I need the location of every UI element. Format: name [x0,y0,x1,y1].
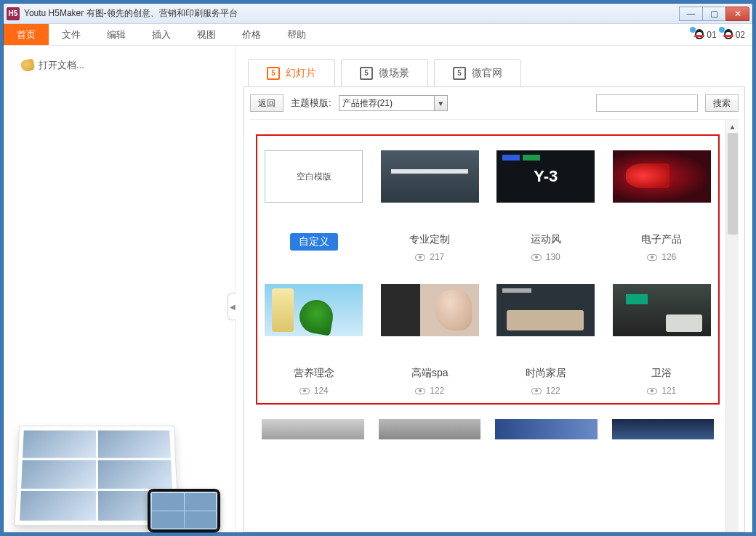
theme-label: 主题模版: [291,97,331,110]
qq-contact-2[interactable]: 02 [723,29,745,41]
template-thumbnail [496,284,595,336]
template-views: 124 [299,386,329,396]
template-thumbnail: Y-3 [496,150,595,203]
scroll-up-icon[interactable]: ▲ [726,120,739,133]
tab-scene[interactable]: 5微场景 [341,59,428,86]
eye-icon [647,254,657,261]
h5-icon: 5 [453,67,466,80]
window-title: Youtu H5Maker 有图-领先的创意、营销和印刷服务平台 [24,7,680,20]
template-card[interactable]: 营养理念124 [263,284,365,396]
open-document-label: 打开文档... [39,59,84,72]
template-views: 122 [531,386,560,396]
template-views: 130 [531,252,560,262]
template-views: 126 [647,252,676,262]
template-title: 电子产品 [641,233,682,246]
eye-icon [531,254,542,261]
tab-slides[interactable]: 5幻灯片 [248,59,335,86]
template-thumbnail [381,150,479,203]
qq-label-2: 02 [736,30,745,40]
template-card[interactable]: 卫浴121 [611,284,713,396]
minimize-button[interactable]: — [679,7,703,21]
template-card[interactable]: Y-3运动风130 [495,150,597,262]
template-title: 卫浴 [651,367,672,380]
template-thumbnail[interactable] [262,419,364,439]
template-thumbnail [613,284,711,336]
template-view-count: 122 [430,386,444,396]
theme-select[interactable]: 产品推荐(21) ▼ [339,95,448,111]
scrollbar-thumb[interactable] [728,133,738,235]
sidebar-preview [17,416,220,532]
template-title: 营养理念 [294,367,334,380]
template-thumbnail [381,284,479,336]
template-view-count: 124 [314,386,329,396]
tabs: 5幻灯片 5微场景 5微官网 [248,59,745,86]
close-button[interactable]: ✕ [725,7,749,21]
menu-edit[interactable]: 编辑 [94,24,139,45]
qq-contact-1[interactable]: 01 [693,29,716,41]
menu-view[interactable]: 视图 [184,24,229,45]
search-input[interactable] [596,94,698,112]
template-views: 217 [415,252,444,262]
template-view-count: 126 [662,252,676,262]
h5-icon: 5 [360,67,373,80]
tab-website-label: 微官网 [472,67,502,80]
vertical-scrollbar[interactable]: ▲ [725,120,739,532]
toolbar: 返回 主题模版: 产品推荐(21) ▼ 搜索 [250,94,739,112]
menubar: 首页 文件 编辑 插入 视图 价格 帮助 01 02 [4,24,752,46]
h5-icon: 5 [267,67,280,80]
maximize-button[interactable]: ▢ [702,7,726,21]
template-thumbnail [265,284,363,336]
template-badge: 自定义 [290,233,338,251]
app-icon: H5 [7,7,20,20]
template-views: 121 [647,386,676,396]
eye-icon [415,388,425,394]
template-title: 高端spa [411,367,449,380]
template-view-count: 217 [430,252,444,262]
open-document[interactable]: 打开文档... [4,59,236,72]
template-views: 122 [415,386,444,396]
titlebar: H5 Youtu H5Maker 有图-领先的创意、营销和印刷服务平台 — ▢ … [4,4,752,24]
template-card[interactable]: 时尚家居122 [495,284,597,396]
template-title: 运动风 [531,233,561,246]
sidebar: 打开文档... ◀ [4,46,236,532]
eye-icon [531,388,542,394]
template-title: 专业定制 [409,233,450,246]
eye-icon [299,388,310,394]
template-card[interactable]: 专业定制217 [379,150,481,262]
collapse-sidebar-button[interactable]: ◀ [228,293,236,320]
menu-insert[interactable]: 插入 [139,24,184,45]
menu-file[interactable]: 文件 [49,24,94,45]
template-view-count: 122 [546,386,560,396]
template-card[interactable]: 电子产品126 [611,150,713,262]
chevron-down-icon: ▼ [434,96,447,110]
open-icon [20,59,36,73]
tab-scene-label: 微场景 [379,67,409,80]
template-highlight-region: 空白模版自定义专业定制217Y-3运动风130电子产品126营养理念124高端s… [256,134,720,405]
menu-price[interactable]: 价格 [229,24,274,45]
template-view-count: 130 [546,252,560,262]
template-thumbnail [613,150,711,203]
search-button[interactable]: 搜索 [705,94,739,112]
theme-select-value: 产品推荐(21) [342,97,393,110]
template-title: 时尚家居 [526,367,566,380]
template-thumbnail-blank: 空白模版 [265,150,363,203]
template-thumbnail[interactable] [495,419,598,439]
template-thumbnail[interactable] [612,419,715,439]
menu-help[interactable]: 帮助 [274,24,319,45]
template-card[interactable]: 空白模版自定义 [263,150,365,262]
qq-icon [693,29,705,41]
eye-icon [647,388,657,394]
qq-icon [723,29,734,41]
eye-icon [415,254,425,261]
template-view-count: 121 [662,386,676,396]
tab-website[interactable]: 5微官网 [434,59,521,86]
template-card[interactable]: 高端spa122 [379,284,481,396]
tab-slides-label: 幻灯片 [286,67,316,80]
qq-label-1: 01 [707,30,716,40]
back-button[interactable]: 返回 [250,94,284,112]
template-thumbnail[interactable] [379,419,481,439]
menu-home[interactable]: 首页 [4,24,49,45]
